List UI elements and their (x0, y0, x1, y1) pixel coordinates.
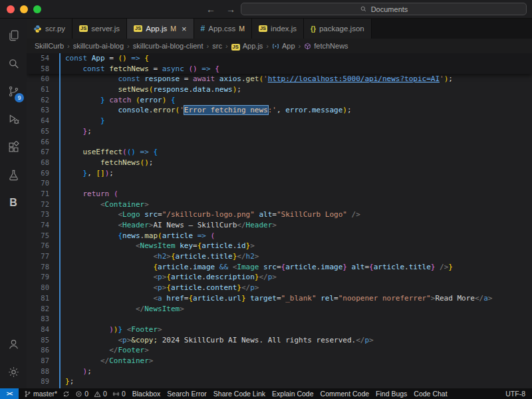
tab-App.js[interactable]: JSApp.jsM× (127, 19, 194, 39)
status-action-share-code-link[interactable]: Share Code Link (213, 390, 265, 398)
editor-line-69[interactable]: 69 }, []); (27, 168, 532, 179)
status-error[interactable]: 0 (75, 390, 88, 398)
tab-App.css[interactable]: #App.cssM (194, 19, 252, 39)
breadcrumb-label: fetchNews (314, 42, 348, 50)
command-center-search-box[interactable]: Documents (241, 3, 527, 15)
source-control-icon[interactable]: 9 (0, 77, 27, 105)
line-number: 82 (27, 304, 59, 315)
accounts-icon[interactable] (0, 330, 27, 358)
editor-line-85[interactable]: 85 <p>&copy; 2024 SkillCurb AI News. All… (27, 335, 532, 346)
status-broadcast[interactable]: 0 (112, 390, 126, 398)
status-action-blackbox[interactable]: Blackbox (132, 390, 161, 398)
breadcrumb-item-App.js[interactable]: JSApp.js (231, 42, 263, 51)
editor-line-81[interactable]: 81 <a href={article.url} target="_blank"… (27, 293, 532, 304)
main-area: 9B scr.pyJSserver.jsJSApp.jsM×#App.cssMJ… (0, 19, 532, 388)
editor-line-54[interactable]: 54const App = () => { (27, 53, 532, 64)
search-icon[interactable] (0, 49, 27, 77)
search-icon (360, 5, 367, 13)
editor-line-76[interactable]: 76 <NewsItem key={article.id}> (27, 241, 532, 251)
editor-line-77[interactable]: 77 <h2>{article.title}</h2> (27, 251, 532, 262)
editor-line-84[interactable]: 84 ))} <Footer> (27, 325, 532, 335)
breadcrumb-item-App[interactable]: App (272, 42, 295, 50)
editor-line-64[interactable]: 64 } (27, 116, 532, 126)
editor-line-83[interactable]: 83 (27, 314, 532, 325)
editor-line-70[interactable]: 70 (27, 178, 532, 189)
status-label: 0 (103, 390, 107, 398)
git-modified-badge: M (239, 25, 245, 33)
explorer-icon[interactable] (0, 21, 27, 49)
remote-indicator[interactable]: >< (0, 388, 19, 399)
settings-icon[interactable] (0, 358, 27, 386)
editor-line-86[interactable]: 86 </Footer> (27, 345, 532, 356)
editor-line-68[interactable]: 68 fetchNews(); (27, 158, 532, 168)
editor-line-65[interactable]: 65 }; (27, 126, 532, 137)
line-number: 60 (27, 74, 59, 84)
breadcrumb-label: App.js (243, 42, 263, 50)
status-action-code-chat[interactable]: Code Chat (414, 390, 447, 398)
blackbox-icon[interactable]: B (0, 189, 27, 217)
editor-line-72[interactable]: 72 <Container> (27, 200, 532, 210)
editor-line-79[interactable]: 79 <p>{article.description}</p> (27, 272, 532, 283)
js-file-icon: JS (134, 25, 142, 32)
editor-line-71[interactable]: 71 return ( (27, 189, 532, 200)
testing-icon[interactable] (0, 161, 27, 189)
editor-line-75[interactable]: 75 {news.map(article => ( (27, 231, 532, 241)
breadcrumb-item-SkillCurb[interactable]: SkillCurb (35, 42, 64, 50)
status-label: master* (33, 390, 57, 398)
status-warning[interactable]: 0 (94, 390, 107, 398)
editor-line-62[interactable]: 62 } catch (error) { (27, 95, 532, 106)
editor-line-80[interactable]: 80 <p>{article.content}</p> (27, 283, 532, 293)
tab-package.json[interactable]: {}package.json (304, 19, 372, 39)
breadcrumb-item-skillcurb-ai-blog[interactable]: skillcurb-ai-blog (73, 42, 124, 50)
line-number: 85 (27, 335, 59, 346)
run-debug-icon[interactable] (0, 105, 27, 133)
extensions-icon[interactable] (0, 133, 27, 161)
editor-line-74[interactable]: 74 <Header>AI News – SkillCurb</Header> (27, 220, 532, 231)
tab-scr.py[interactable]: scr.py (27, 19, 72, 39)
editor-line-63[interactable]: 63 console.error('Error fetching news:',… (27, 105, 532, 116)
warning-icon (94, 390, 101, 398)
status-action-explain-code[interactable]: Explain Code (272, 390, 313, 398)
breadcrumb-item-skillcurb-ai-blog-client[interactable]: skillcurb-ai-blog-client (133, 42, 203, 50)
editor-line-88[interactable]: 88 ); (27, 366, 532, 377)
status-sync[interactable] (63, 390, 70, 398)
line-number: 84 (27, 325, 59, 335)
line-number: 58 (27, 64, 59, 74)
editor-line-61[interactable]: 61 setNews(response.data.news); (27, 84, 532, 95)
editor-line-89[interactable]: 89}; (27, 376, 532, 387)
editor-line-78[interactable]: 78 {article.image && <Image src={article… (27, 262, 532, 273)
editor-line-73[interactable]: 73 <Logo src="/skillcurb-logo.png" alt="… (27, 209, 532, 220)
zoom-button[interactable] (33, 5, 41, 13)
line-number: 86 (27, 345, 59, 356)
line-number: 61 (27, 84, 59, 95)
breadcrumb-item-src[interactable]: src (212, 42, 222, 50)
editor-line-66[interactable]: 66 (27, 137, 532, 148)
statusbar-right: UTF-8 (500, 390, 525, 398)
breadcrumb-item-fetchNews[interactable]: fetchNews (304, 42, 348, 50)
editor-line-87[interactable]: 87 </Container> (27, 356, 532, 366)
status-action-search-error[interactable]: Search Error (167, 390, 207, 398)
editor-line-60[interactable]: 60 const response = await axios.get('htt… (27, 74, 532, 84)
status-branch[interactable]: master* (24, 390, 57, 398)
back-button[interactable]: ← (206, 4, 215, 15)
editor-line-58[interactable]: 58 const fetchNews = async () => { (27, 64, 532, 74)
line-number: 62 (27, 95, 59, 106)
status-action-find-bugs[interactable]: Find Bugs (376, 390, 407, 398)
editor[interactable]: 54const App = () => {58 const fetchNews … (27, 53, 532, 388)
line-number: 76 (27, 241, 59, 251)
error-icon (75, 390, 82, 398)
line-number: 81 (27, 293, 59, 304)
css-file-icon: # (201, 24, 205, 33)
minimize-button[interactable] (20, 5, 28, 13)
forward-button[interactable]: → (226, 4, 235, 15)
tab-label: App.js (146, 25, 167, 33)
editor-line-82[interactable]: 82 </NewsItem> (27, 304, 532, 315)
close-button[interactable] (7, 5, 15, 13)
tab-server.js[interactable]: JSserver.js (72, 19, 127, 39)
status-action-comment-code[interactable]: Comment Code (321, 390, 370, 398)
status-utf-8[interactable]: UTF-8 (505, 390, 525, 398)
close-icon[interactable]: × (182, 24, 187, 34)
tab-index.js[interactable]: JSindex.js (252, 19, 304, 39)
line-number: 70 (27, 178, 59, 189)
editor-line-67[interactable]: 67 useEffect(() => { (27, 147, 532, 158)
